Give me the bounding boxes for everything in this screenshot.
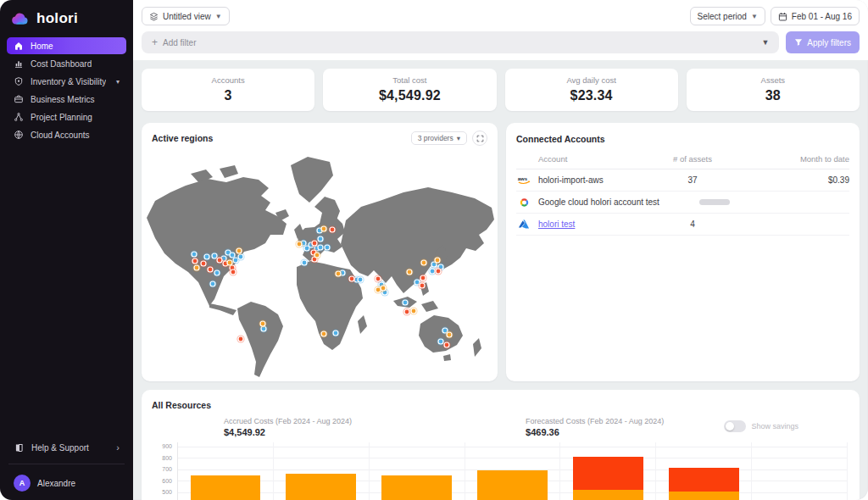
region-dot-orange[interactable] [260, 321, 265, 326]
region-dot-red[interactable] [217, 258, 222, 263]
region-dot-red[interactable] [349, 276, 354, 281]
chart-bar[interactable] [191, 475, 261, 500]
plus-icon: + [152, 36, 158, 48]
sidebar-item-business-metrics[interactable]: Business Metrics [7, 91, 126, 108]
bar-segment-accrued[interactable] [286, 474, 356, 500]
add-filter-label: Add filter [163, 38, 196, 47]
region-dot-blue[interactable] [302, 260, 307, 265]
region-dot-orange[interactable] [297, 242, 302, 247]
view-selector-button[interactable]: Untitled view ▼ [142, 7, 230, 25]
calendar-icon [778, 12, 787, 21]
chevron-right-icon: › [116, 442, 120, 453]
sidebar-item-home[interactable]: Home [7, 37, 126, 54]
bar-segment-forecast[interactable] [669, 468, 739, 492]
region-dot-orange[interactable] [381, 286, 386, 291]
region-dot-orange[interactable] [407, 269, 412, 275]
region-dot-red[interactable] [420, 283, 425, 288]
account-assets: 4 [629, 219, 756, 229]
forecasted-costs-value: $469.36 [526, 427, 664, 437]
region-dot-orange[interactable] [321, 331, 326, 336]
bar-segment-forecast[interactable] [573, 457, 643, 490]
region-dot-blue[interactable] [358, 277, 363, 282]
main-area: Untitled view ▼ Select period ▼ Feb 01 -… [133, 0, 868, 500]
account-row: Google cloud holori account test [516, 192, 849, 214]
user-menu[interactable]: A Alexandre [7, 471, 126, 492]
world-map[interactable] [142, 140, 498, 381]
stat-value: $23.34 [509, 88, 675, 103]
date-range-button[interactable]: Feb 01 - Aug 16 [771, 7, 860, 25]
region-dot-red[interactable] [330, 227, 335, 232]
chart-column-mar-2024 [274, 442, 370, 500]
chart-bar[interactable] [573, 457, 643, 500]
region-dot-red[interactable] [312, 241, 317, 246]
stats-row: Accounts3Total cost$4,549.92Avg daily co… [142, 69, 860, 111]
select-period-button[interactable]: Select period ▼ [690, 7, 765, 25]
apply-filters-label: Apply filters [807, 38, 851, 47]
region-dot-orange[interactable] [227, 260, 232, 265]
region-dot-blue[interactable] [430, 269, 435, 274]
region-dot-blue[interactable] [438, 339, 443, 344]
region-dot-red[interactable] [231, 269, 236, 275]
region-dot-red[interactable] [192, 258, 198, 264]
region-dot-blue[interactable] [238, 254, 243, 259]
region-dot-blue[interactable] [210, 281, 215, 286]
bar-segment-accrued[interactable] [191, 475, 261, 500]
region-dot-orange[interactable] [411, 308, 416, 314]
region-dot-blue[interactable] [403, 300, 408, 305]
chart-bar[interactable] [381, 475, 452, 500]
y-axis-tick: 900 [152, 443, 172, 449]
bar-segment-accrued[interactable] [381, 475, 452, 500]
chart-bar[interactable] [477, 470, 548, 500]
filter-bar[interactable]: + Add filter ▼ [142, 31, 779, 53]
apply-filters-button[interactable]: Apply filters [786, 31, 860, 53]
chart-column-aug-2024 [752, 442, 848, 500]
region-dot-red[interactable] [376, 276, 381, 281]
region-dot-orange[interactable] [336, 271, 341, 276]
cloud-icon [14, 130, 24, 140]
sidebar-item-label: Home [31, 42, 53, 51]
bar-segment-accrued[interactable] [669, 492, 739, 500]
stat-label: Assets [690, 75, 856, 85]
region-dot-orange[interactable] [421, 260, 426, 265]
region-dot-red[interactable] [238, 336, 243, 342]
region-dot-red[interactable] [444, 342, 449, 347]
chart-bar[interactable] [669, 468, 739, 500]
region-dot-red[interactable] [420, 275, 426, 281]
region-dot-blue[interactable] [318, 245, 323, 250]
region-dot-orange[interactable] [447, 332, 452, 337]
sidebar-item-inventory-visibility[interactable]: Inventory & Visibility▾ [7, 73, 126, 90]
sidebar-item-project-planning[interactable]: Project Planning [7, 108, 126, 125]
chevron-down-icon[interactable]: ▼ [761, 38, 769, 47]
region-dot-blue[interactable] [214, 270, 220, 275]
region-dot-red[interactable] [208, 267, 213, 272]
region-dot-orange[interactable] [314, 253, 320, 258]
show-savings-toggle[interactable] [724, 420, 746, 432]
logo[interactable]: holori [7, 8, 126, 37]
region-dot-orange[interactable] [236, 248, 242, 253]
region-dot-blue[interactable] [318, 236, 323, 242]
y-axis-tick: 800 [152, 455, 172, 461]
chevron-down-icon: ▾ [116, 78, 120, 86]
sidebar-item-label: Inventory & Visibility [31, 77, 106, 86]
region-dot-orange[interactable] [435, 258, 440, 263]
account-name[interactable]: holori test [538, 219, 575, 229]
region-dot-red[interactable] [436, 269, 441, 274]
region-dot-orange[interactable] [194, 265, 199, 270]
chart-bar[interactable] [286, 474, 356, 500]
sidebar-item-help-support[interactable]: Help & Support › [7, 438, 126, 457]
region-dot-red[interactable] [201, 261, 206, 266]
bar-segment-accrued[interactable] [573, 490, 643, 500]
help-support-label: Help & Support [31, 443, 89, 453]
region-dot-blue[interactable] [204, 254, 209, 259]
region-dot-blue[interactable] [325, 245, 330, 250]
stat-label: Accounts [145, 75, 311, 85]
region-dot-orange[interactable] [321, 226, 326, 231]
region-dot-blue[interactable] [333, 331, 338, 336]
chart-column-jul-2024 [656, 442, 752, 500]
sidebar-item-cloud-accounts[interactable]: Cloud Accounts [7, 126, 126, 143]
region-dot-blue[interactable] [192, 252, 197, 257]
region-dot-blue[interactable] [212, 253, 217, 258]
region-dot-red[interactable] [404, 309, 409, 314]
sidebar-item-cost-dashboard[interactable]: Cost Dashboard [7, 55, 126, 72]
bar-segment-accrued[interactable] [477, 470, 548, 500]
